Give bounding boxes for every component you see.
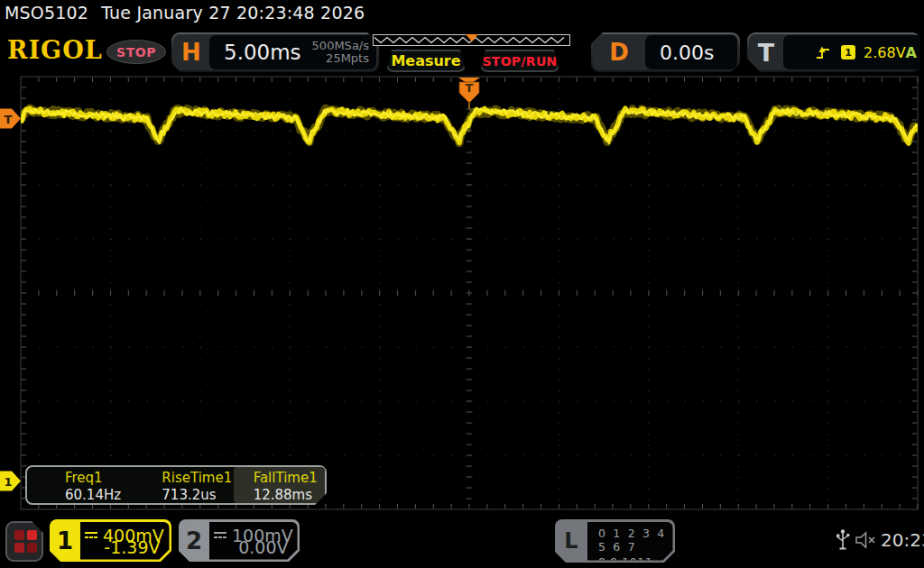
measurement-label: FallTime1 xyxy=(254,470,325,487)
channel2-offset: 0.00V xyxy=(238,537,288,557)
trigger-label: T xyxy=(749,39,783,67)
logic-channels-badge[interactable]: L 0 1 2 3 4 5 6 7 8 9 1011 12131415 xyxy=(555,519,675,563)
channel1-trace xyxy=(21,108,918,143)
horizontal-settings-block[interactable]: H 5.00ms 500MSa/s 25Mpts xyxy=(171,32,379,72)
datetime-label: Tue January 27 20:23:48 2026 xyxy=(101,3,365,23)
graticule-grid xyxy=(21,77,918,509)
channel2-number: 2 xyxy=(179,519,209,562)
channel1-ground-marker[interactable]: 1 xyxy=(0,472,21,491)
trigger-source-badge: 1 xyxy=(841,45,855,60)
delay-value: 0.00s xyxy=(660,41,714,64)
measurement-freq1[interactable]: Freq1 60.14Hz xyxy=(27,467,136,503)
rigol-logo: RIGOL xyxy=(7,36,103,64)
trigger-position-marker[interactable]: T xyxy=(458,78,480,109)
channel1-offset: -1.39V xyxy=(104,537,160,557)
measurement-value: 12.88ms xyxy=(254,487,325,504)
dc-coupling-icon xyxy=(213,530,228,541)
channel1-badge[interactable]: 1 400mV -1.39V xyxy=(50,519,171,562)
channel1-number: 1 xyxy=(50,519,80,562)
stop-run-button[interactable]: STOP/RUN xyxy=(480,50,559,72)
rising-edge-icon xyxy=(816,45,831,60)
model-label: MSO5102 xyxy=(5,3,88,23)
measurement-value: 60.14Hz xyxy=(65,487,136,504)
measurement-label: Freq1 xyxy=(65,470,136,487)
channel2-badge[interactable]: 2 100mV 0.00V xyxy=(179,519,300,562)
logic-row2: 8 9 1011 12131415 xyxy=(598,555,673,568)
delay-label: D xyxy=(593,39,645,66)
trigger-block[interactable]: T 1 2.68V A xyxy=(747,32,920,72)
measurement-falltime1[interactable]: FallTime1 12.88ms xyxy=(234,467,325,503)
top-info-bar: MSO5102Tue January 27 20:23:48 2026 xyxy=(5,3,377,23)
dc-coupling-icon xyxy=(84,530,99,541)
measure-button[interactable]: Measure xyxy=(386,50,466,72)
acquisition-status-badge: STOP xyxy=(106,40,166,64)
horizontal-label: H xyxy=(173,39,209,66)
svg-text:T: T xyxy=(5,113,13,126)
memory-depth-value: 25Mpts xyxy=(312,52,369,65)
svg-text:T: T xyxy=(466,81,474,95)
measurement-value: 713.2us xyxy=(162,487,233,504)
logic-row1: 0 1 2 3 4 5 6 7 xyxy=(598,527,673,554)
usb-icon xyxy=(836,528,850,554)
measurement-risetime1[interactable]: RiseTime1 713.2us xyxy=(136,467,233,503)
trigger-level-value: 2.68V xyxy=(864,44,906,61)
trigger-level-marker[interactable]: T xyxy=(0,109,21,129)
measurement-panel: Freq1 60.14Hz RiseTime1 713.2us FallTime… xyxy=(25,465,327,505)
measurement-label: RiseTime1 xyxy=(162,470,233,487)
logic-label: L xyxy=(555,519,587,563)
trigger-sweep-mode: A xyxy=(906,44,917,61)
timebase-value: 5.00ms xyxy=(224,41,301,64)
delay-block[interactable]: D 0.00s xyxy=(591,32,740,72)
oscilloscope-screen: T T 1 MSO5102Tue January 27 20:23:48 202… xyxy=(0,0,924,568)
sample-rate-value: 500MSa/s xyxy=(312,40,369,52)
svg-text:1: 1 xyxy=(4,475,12,489)
clock-label: 20:23 xyxy=(881,529,924,551)
speaker-muted-icon xyxy=(855,531,878,549)
waveform-menu-icon[interactable] xyxy=(5,521,43,562)
